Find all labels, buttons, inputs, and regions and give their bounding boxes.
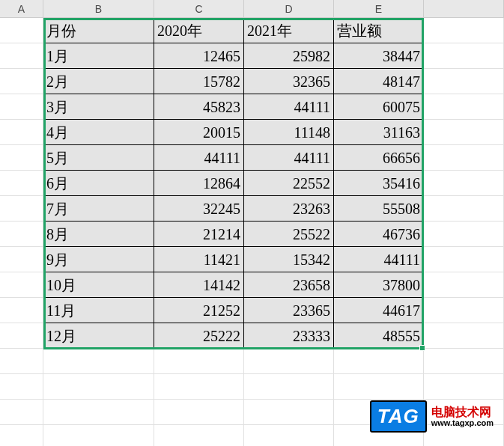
cell-month[interactable]: 1月 — [43, 43, 154, 69]
cell-month[interactable]: 7月 — [43, 196, 154, 222]
cell-2021[interactable]: 25982 — [244, 43, 334, 69]
cell-month[interactable]: 5月 — [43, 145, 154, 171]
cell-2020[interactable]: 20015 — [154, 120, 244, 145]
cell-2021[interactable]: 25522 — [244, 222, 334, 247]
column-header-B[interactable]: B — [43, 0, 154, 18]
cell-month[interactable]: 4月 — [43, 120, 154, 145]
cell-empty[interactable] — [424, 298, 504, 323]
cell-empty[interactable] — [43, 425, 154, 446]
cell-empty[interactable] — [334, 349, 424, 374]
cell-empty[interactable] — [244, 400, 334, 425]
cell-empty[interactable] — [424, 43, 504, 69]
cell-2021[interactable]: 44111 — [244, 94, 334, 120]
cell-empty[interactable] — [0, 323, 43, 349]
cell-empty[interactable] — [334, 374, 424, 400]
cell-2021[interactable]: 44111 — [244, 145, 334, 171]
cell-empty[interactable] — [424, 349, 504, 374]
cell-empty[interactable] — [424, 94, 504, 120]
cell-empty[interactable] — [424, 171, 504, 196]
cell-empty[interactable] — [424, 18, 504, 43]
cell-empty[interactable] — [0, 349, 43, 374]
cell-empty[interactable] — [424, 374, 504, 400]
cell-month[interactable]: 6月 — [43, 171, 154, 196]
cell-revenue[interactable]: 48555 — [334, 323, 424, 349]
cell-revenue[interactable]: 46736 — [334, 222, 424, 247]
cell-revenue[interactable]: 31163 — [334, 120, 424, 145]
cell-empty[interactable] — [0, 145, 43, 171]
cell-revenue[interactable]: 48147 — [334, 69, 424, 94]
cell-empty[interactable] — [0, 120, 43, 145]
cell-2020[interactable]: 44111 — [154, 145, 244, 171]
cell-month[interactable]: 8月 — [43, 222, 154, 247]
cell-empty[interactable] — [0, 171, 43, 196]
grid-body[interactable]: 月份 2020年 2021年 营业额 1月1246525982384472月15… — [0, 18, 504, 446]
cell-2020[interactable]: 12465 — [154, 43, 244, 69]
cell-empty[interactable] — [424, 69, 504, 94]
cell-month[interactable]: 2月 — [43, 69, 154, 94]
cell-empty[interactable] — [244, 374, 334, 400]
cell-revenue[interactable]: 60075 — [334, 94, 424, 120]
cell-empty[interactable] — [424, 222, 504, 247]
cell-empty[interactable] — [0, 247, 43, 272]
cell-2020[interactable]: 15782 — [154, 69, 244, 94]
cell-2021[interactable]: 23333 — [244, 323, 334, 349]
cell-2020[interactable]: 21214 — [154, 222, 244, 247]
cell-2020[interactable]: 45823 — [154, 94, 244, 120]
cell-2021[interactable]: 15342 — [244, 247, 334, 272]
cell-empty[interactable] — [0, 196, 43, 222]
cell-empty[interactable] — [0, 69, 43, 94]
cell-empty[interactable] — [424, 272, 504, 298]
cell-2021[interactable]: 23365 — [244, 298, 334, 323]
cell-empty[interactable] — [244, 349, 334, 374]
header-2020[interactable]: 2020年 — [154, 18, 244, 43]
spreadsheet[interactable]: A B C D E 月份 2020年 2021年 营业额 1月124652598… — [0, 0, 504, 446]
cell-empty[interactable] — [0, 374, 43, 400]
cell-revenue[interactable]: 37800 — [334, 272, 424, 298]
cell-empty[interactable] — [0, 400, 43, 425]
header-revenue[interactable]: 营业额 — [334, 18, 424, 43]
cell-2021[interactable]: 23263 — [244, 196, 334, 222]
cell-empty[interactable] — [0, 272, 43, 298]
cell-empty[interactable] — [424, 120, 504, 145]
cell-empty[interactable] — [154, 400, 244, 425]
column-header-E[interactable]: E — [334, 0, 424, 18]
cell-empty[interactable] — [424, 247, 504, 272]
cell-empty[interactable] — [0, 222, 43, 247]
cell-revenue[interactable]: 55508 — [334, 196, 424, 222]
cell-2020[interactable]: 11421 — [154, 247, 244, 272]
cell-empty[interactable] — [424, 323, 504, 349]
cell-month[interactable]: 12月 — [43, 323, 154, 349]
cell-2020[interactable]: 32245 — [154, 196, 244, 222]
column-header-D[interactable]: D — [244, 0, 334, 18]
cell-empty[interactable] — [43, 374, 154, 400]
cell-empty[interactable] — [0, 94, 43, 120]
cell-revenue[interactable]: 44111 — [334, 247, 424, 272]
cell-month[interactable]: 10月 — [43, 272, 154, 298]
cell-2020[interactable]: 12864 — [154, 171, 244, 196]
cell-2021[interactable]: 11148 — [244, 120, 334, 145]
cell-empty[interactable] — [154, 349, 244, 374]
cell-empty[interactable] — [0, 18, 43, 43]
cell-2021[interactable]: 32365 — [244, 69, 334, 94]
cell-empty[interactable] — [424, 196, 504, 222]
cell-month[interactable]: 11月 — [43, 298, 154, 323]
cell-2021[interactable]: 22552 — [244, 171, 334, 196]
cell-month[interactable]: 3月 — [43, 94, 154, 120]
cell-empty[interactable] — [0, 43, 43, 69]
cell-2020[interactable]: 14142 — [154, 272, 244, 298]
cell-revenue[interactable]: 44617 — [334, 298, 424, 323]
header-2021[interactable]: 2021年 — [244, 18, 334, 43]
cell-revenue[interactable]: 66656 — [334, 145, 424, 171]
cell-month[interactable]: 9月 — [43, 247, 154, 272]
cell-2020[interactable]: 21252 — [154, 298, 244, 323]
cell-empty[interactable] — [0, 425, 43, 446]
cell-2020[interactable]: 25222 — [154, 323, 244, 349]
header-month[interactable]: 月份 — [43, 18, 154, 43]
cell-empty[interactable] — [244, 425, 334, 446]
cell-2021[interactable]: 23658 — [244, 272, 334, 298]
cell-empty[interactable] — [43, 400, 154, 425]
cell-revenue[interactable]: 35416 — [334, 171, 424, 196]
fill-handle[interactable] — [419, 345, 425, 351]
cell-empty[interactable] — [0, 298, 43, 323]
cell-revenue[interactable]: 38447 — [334, 43, 424, 69]
